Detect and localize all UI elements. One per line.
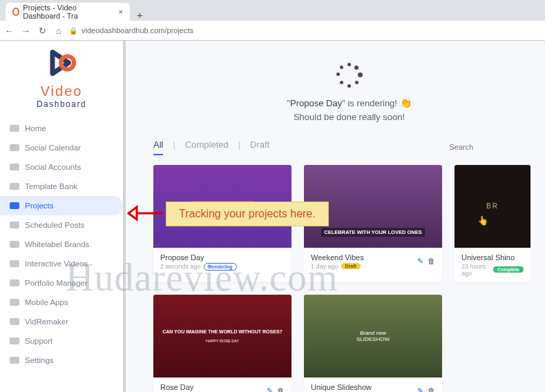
nav-list: Home Social Calendar Social Accounts Tem… — [0, 119, 123, 370]
nav-label: Projects — [25, 202, 54, 210]
back-icon[interactable]: ← — [4, 26, 14, 36]
sidebar-item-projects[interactable]: Projects — [0, 196, 123, 215]
nav-label: Settings — [25, 356, 54, 364]
sidebar-item-template-bank[interactable]: Template Bank — [0, 177, 123, 196]
projects-icon — [10, 202, 19, 209]
url-text: videodashboardhub.com/projects — [82, 26, 193, 35]
sidebar-item-settings[interactable]: Settings — [0, 351, 123, 370]
clap-icon: 👏 — [400, 97, 412, 108]
calendar-icon — [10, 144, 19, 151]
project-title: Unique Slideshow — [311, 383, 413, 391]
home-icon[interactable]: ⌂ — [54, 26, 64, 36]
vidremaker-icon — [10, 318, 19, 325]
nav-label: Interactive Videos — [25, 259, 88, 268]
tab-all[interactable]: All — [153, 139, 163, 155]
card-actions: ✎ 🗑 — [267, 386, 285, 392]
card-footer: Weekend Vibes 1 day agoDraft ✎ 🗑 — [304, 248, 442, 275]
card-actions: ✎ 🗑 — [417, 257, 435, 266]
sidebar-item-social-accounts[interactable]: Social Accounts — [0, 157, 123, 177]
sidebar-item-scheduled-posts[interactable]: Scheduled Posts — [0, 215, 123, 235]
nav-label: Support — [25, 337, 52, 345]
delete-icon[interactable]: 🗑 — [428, 257, 435, 266]
sidebar-item-mobile-apps[interactable]: Mobile Apps — [0, 293, 123, 312]
logo: Video Dashboard — [0, 41, 123, 113]
annotation-arrow-icon — [127, 203, 164, 226]
nav-controls: ← → ↻ ⌂ — [4, 26, 64, 36]
portfolio-icon — [10, 280, 19, 286]
tab-title: Projects - Video Dashboard - Tra — [23, 3, 111, 20]
sidebar-item-support[interactable]: Support — [0, 331, 123, 351]
settings-icon — [10, 357, 19, 364]
mobile-icon — [10, 299, 19, 306]
project-card[interactable]: CAN YOU IMAGINE THE WORLD WITHOUT ROSES?… — [153, 295, 291, 393]
nav-label: Social Calendar — [25, 144, 81, 152]
card-info: Unique Slideshow 7 days agoComplete — [311, 383, 413, 393]
project-title: Propose Day — [160, 253, 285, 262]
card-footer: Propose Day 2 seconds agoRendering — [153, 248, 291, 276]
thumb-text: Brand new — [360, 330, 386, 336]
project-thumbnail: Brand newSLIDESHOW — [304, 295, 442, 378]
sidebar-item-interactive-videos[interactable]: Interactive Videos — [0, 254, 123, 273]
edit-icon[interactable]: ✎ — [267, 386, 273, 392]
search-input[interactable] — [449, 143, 544, 151]
lock-icon: 🔒 — [69, 27, 77, 35]
sidebar-item-vidremaker[interactable]: VidRemaker — [0, 312, 123, 331]
filter-row: All | Completed | Draft — [153, 139, 545, 155]
sidebar-item-social-calendar[interactable]: Social Calendar — [0, 138, 123, 157]
project-time: 23 hours ago — [461, 263, 490, 277]
filter-tabs: All | Completed | Draft — [153, 139, 269, 155]
browser-chrome: Projects - Video Dashboard - Tra × + ← →… — [0, 0, 545, 41]
project-title: Universal Shino — [461, 253, 524, 262]
status-project-name: Propose Day — [290, 98, 342, 108]
thumb-text: CELEBRATE WITH YOUR LOVED ONES — [321, 228, 424, 237]
tab-separator: | — [173, 139, 175, 155]
delete-icon[interactable]: 🗑 — [428, 386, 435, 392]
accounts-icon — [10, 164, 19, 170]
nav-label: Whitelabel Brands — [25, 240, 89, 248]
project-time: 2 seconds ago — [160, 263, 201, 270]
sidebar-item-portfolio[interactable]: Portfolio Manager — [0, 273, 123, 293]
project-card[interactable]: Brand newSLIDESHOW Unique Slideshow 7 da… — [304, 295, 442, 393]
forward-icon[interactable]: → — [21, 26, 30, 36]
annotation-callout: Tracking your projects here. — [166, 202, 329, 226]
sidebar-item-whitelabel[interactable]: Whitelabel Brands — [0, 235, 123, 254]
project-title: Rose Day — [160, 383, 262, 391]
address-bar-row: ← → ↻ ⌂ 🔒 videodashboardhub.com/projects — [0, 21, 545, 40]
whitelabel-icon — [10, 241, 19, 248]
nav-label: Mobile Apps — [25, 298, 68, 306]
close-tab-icon[interactable]: × — [119, 8, 123, 16]
tab-completed[interactable]: Completed — [185, 139, 229, 155]
sidebar-item-home[interactable]: Home — [0, 119, 123, 138]
status-badge: Rendering — [204, 263, 238, 271]
thumb-subtext: SLIDESHOW — [356, 336, 390, 342]
favicon-icon — [12, 8, 19, 16]
project-card[interactable]: BR Universal Shino 23 hours agoComplete — [455, 165, 530, 282]
project-meta: 23 hours agoComplete — [461, 263, 524, 277]
reload-icon[interactable]: ↻ — [37, 26, 47, 36]
browser-tab[interactable]: Projects - Video Dashboard - Tra × — [6, 3, 130, 21]
loading-spinner-icon — [336, 63, 363, 89]
status-text: " is rendering! — [342, 98, 399, 108]
sidebar: Video Dashboard Home Social Calendar Soc… — [0, 41, 123, 392]
card-info: Weekend Vibes 1 day agoDraft — [311, 253, 413, 270]
new-tab-button[interactable]: + — [130, 9, 150, 21]
edit-icon[interactable]: ✎ — [417, 257, 423, 266]
thumb-subtext: HAPPY ROSE DAY — [206, 339, 239, 343]
card-footer: Unique Slideshow 7 days agoComplete ✎ 🗑 — [304, 378, 442, 393]
edit-icon[interactable]: ✎ — [417, 386, 423, 392]
card-footer: Rose Day 1 day agoComplete ✎ 🗑 — [153, 378, 291, 393]
card-footer: Universal Shino 23 hours agoComplete — [455, 248, 530, 282]
home-nav-icon — [10, 125, 19, 132]
card-info: Propose Day 2 seconds agoRendering — [160, 253, 285, 271]
delete-icon[interactable]: 🗑 — [277, 386, 285, 392]
project-meta: 1 day agoDraft — [311, 263, 413, 270]
schedule-icon — [10, 222, 19, 228]
nav-label: Scheduled Posts — [25, 221, 84, 229]
support-icon — [10, 337, 19, 344]
tab-draft[interactable]: Draft — [250, 139, 269, 155]
thumb-text: BR — [486, 202, 499, 210]
logo-line1: Video — [15, 84, 108, 99]
nav-label: Portfolio Manager — [25, 279, 88, 287]
template-icon — [10, 183, 19, 190]
address-bar[interactable]: 🔒 videodashboardhub.com/projects — [69, 26, 193, 35]
